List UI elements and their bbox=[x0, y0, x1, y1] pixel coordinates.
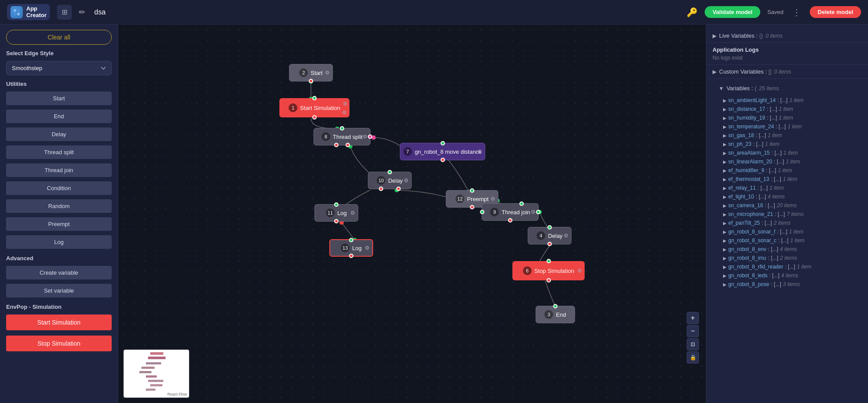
variable-item[interactable]: ▶ ef_humidifier_9 : [...] 1 item bbox=[713, 166, 862, 175]
validate-button[interactable]: Validate model bbox=[705, 6, 760, 18]
util-log-button[interactable]: Log bbox=[6, 235, 112, 249]
canvas-area[interactable]: 2 Start ⚙ 1 Start Simulation ⚙ ⚙ 8 Threa… bbox=[118, 25, 706, 403]
zoom-fit-button[interactable]: ⊡ bbox=[687, 338, 699, 350]
variable-item[interactable]: ▶ sn_temperature_24 : [...] 1 item bbox=[713, 122, 862, 131]
left-sidebar: Clear all Select Edge Style Smoothstep B… bbox=[0, 25, 118, 403]
variable-item[interactable]: ▶ gn_robot_8_imu : [...] 2 items bbox=[713, 254, 862, 262]
svg-rect-26 bbox=[148, 357, 166, 359]
create-variable-button[interactable]: Create variable bbox=[6, 266, 112, 279]
variable-item[interactable]: ▶ sn_distance_17 : [...] 1 item bbox=[713, 105, 862, 113]
app-logs-section: Application Logs No logs exist bbox=[706, 43, 868, 65]
util-delay-button[interactable]: Delay bbox=[6, 127, 112, 141]
node-end-3[interactable]: 3 End bbox=[536, 306, 575, 323]
var-count: 1 item bbox=[789, 229, 804, 235]
stop-simulation-button[interactable]: Stop Simulation bbox=[6, 336, 112, 351]
util-random-button[interactable]: Random bbox=[6, 199, 112, 213]
var-count: 1 item bbox=[786, 159, 800, 165]
var-bracket: : [...] bbox=[758, 185, 768, 191]
variable-item[interactable]: ▶ ef_panTilt_25 : [...] 2 items bbox=[713, 219, 862, 227]
variable-item[interactable]: ▶ sn_areaAlarm_15 : [...] 1 item bbox=[713, 148, 862, 157]
node-gear-icon[interactable]: ⚙ bbox=[325, 70, 330, 76]
util-thread-split-button[interactable]: Thread split bbox=[6, 145, 112, 159]
variable-item[interactable]: ▶ ef_relay_11 : [...] 1 item bbox=[713, 184, 862, 192]
var-count: 4 items bbox=[780, 246, 797, 252]
node-thread-split-8[interactable]: 8 Thread split ⚙ bbox=[314, 128, 370, 145]
start-simulation-button[interactable]: Start Simulation bbox=[6, 315, 112, 330]
variable-item[interactable]: ▶ sn_linearAlarm_20 : [...] 1 item bbox=[713, 157, 862, 166]
var-item-arrow: ▶ bbox=[723, 203, 727, 208]
edge-style-select[interactable]: Smoothstep Bezier Step Straight bbox=[6, 61, 112, 75]
node-label-text: Delay bbox=[548, 233, 562, 239]
node-label-text: Start bbox=[311, 70, 322, 76]
node-log-11[interactable]: 11 Log ⚙ bbox=[314, 204, 358, 222]
edit-icon[interactable]: ✏ bbox=[79, 7, 85, 17]
svg-rect-33 bbox=[146, 389, 155, 391]
node-gear-icon[interactable]: ⚙ bbox=[564, 233, 568, 239]
variable-item[interactable]: ▶ gn_robot_8_env : [...] 4 items bbox=[713, 245, 862, 254]
clear-all-button[interactable]: Clear all bbox=[6, 30, 112, 45]
node-gear-icon[interactable]: ⚙ bbox=[477, 148, 482, 155]
node-start-simulation-1[interactable]: 1 Start Simulation ⚙ ⚙ bbox=[279, 98, 349, 117]
node-gear-icon[interactable]: ⚙ bbox=[404, 177, 409, 184]
zoom-in-button[interactable]: + bbox=[687, 312, 699, 324]
variable-item[interactable]: ▶ sn_camera_16 : [...] 20 items bbox=[713, 201, 862, 210]
zoom-lock-button[interactable]: 🔒 bbox=[687, 351, 699, 364]
variable-item[interactable]: ▶ sn_gas_18 : [...] 1 item bbox=[713, 131, 862, 140]
util-thread-join-button[interactable]: Thread join bbox=[6, 163, 112, 177]
node-delay-10[interactable]: 10 Delay ⚙ bbox=[368, 172, 412, 189]
var-count: 4 items bbox=[768, 194, 785, 200]
live-vars-arrow[interactable]: ▶ bbox=[713, 33, 716, 39]
variable-item[interactable]: ▶ ef_light_10 : [...] 4 items bbox=[713, 192, 862, 201]
node-gear-icon[interactable]: ⚙ bbox=[350, 210, 355, 216]
node-num: 1 bbox=[289, 103, 297, 112]
variable-item[interactable]: ▶ gn_robot_8_pose : [...] 3 items bbox=[713, 280, 862, 289]
delete-model-button[interactable]: Delete model bbox=[810, 6, 861, 18]
custom-vars-arrow[interactable]: ▶ bbox=[713, 69, 716, 75]
variable-item[interactable]: ▶ gn_robot_8_leds : [...] 4 items bbox=[713, 271, 862, 280]
util-preempt-button[interactable]: Preempt bbox=[6, 217, 112, 231]
variable-item[interactable]: ▶ gn_robot_8_sonar_c : [...] 1 item bbox=[713, 236, 862, 245]
node-gear-icon[interactable]: ⚙ bbox=[531, 209, 536, 215]
variable-item[interactable]: ▶ sn_humidity_19 : [...] 1 item bbox=[713, 113, 862, 122]
vars-count: 25 items bbox=[759, 85, 779, 92]
variable-item[interactable]: ▶ ef_thermostat_13 : [...] 1 item bbox=[713, 175, 862, 184]
variables-header[interactable]: ▼ Variables : { 25 items bbox=[713, 82, 862, 94]
var-item-arrow: ▶ bbox=[723, 142, 727, 147]
vars-arrow[interactable]: ▼ bbox=[719, 85, 724, 92]
node-delay-4[interactable]: 4 Delay ⚙ bbox=[528, 227, 572, 244]
node-gear-icon[interactable]: ⚙ bbox=[363, 134, 367, 140]
node-gear-bottom-icon[interactable]: ⚙ bbox=[342, 110, 347, 116]
var-count: 4 items bbox=[781, 272, 798, 279]
var-bracket: : [...] bbox=[767, 115, 777, 121]
set-variable-button[interactable]: Set variable bbox=[6, 284, 112, 297]
node-log-13[interactable]: 13 Log ⚙ bbox=[329, 239, 373, 257]
node-label-text: End bbox=[556, 311, 566, 318]
variable-item[interactable]: ▶ sn_ambientLight_14 : [...] 1 item bbox=[713, 96, 862, 105]
util-start-button[interactable]: Start bbox=[6, 92, 112, 105]
node-gear-icon[interactable]: ⚙ bbox=[490, 196, 495, 202]
layout-icon-btn[interactable]: ⊞ bbox=[57, 5, 72, 20]
var-item-arrow: ▶ bbox=[723, 116, 727, 120]
node-gear-icon[interactable]: ⚙ bbox=[577, 268, 582, 274]
variable-item[interactable]: ▶ sn_microphone_21 : [...] 7 items bbox=[713, 210, 862, 219]
var-count: 1 item bbox=[787, 124, 802, 130]
var-item-arrow: ▶ bbox=[723, 247, 727, 252]
node-stop-simulation-6[interactable]: 6 Stop Simulation ⚙ bbox=[512, 261, 585, 280]
node-start-2[interactable]: 2 Start ⚙ bbox=[289, 64, 333, 81]
node-gear-top-icon[interactable]: ⚙ bbox=[343, 101, 348, 107]
live-vars-title: Live Variables : {} bbox=[719, 32, 763, 39]
variable-item[interactable]: ▶ gn_robot_8_sonar_f : [...] 1 item bbox=[713, 227, 862, 236]
node-thread-join-9[interactable]: 9 Thread join ⚙ bbox=[482, 203, 539, 221]
variables-section: ▼ Variables : { 25 items ▶ sn_ambientLig… bbox=[706, 79, 868, 294]
var-bracket: : [...] bbox=[774, 159, 784, 165]
variable-item[interactable]: ▶ sn_ph_23 : [...] 1 item bbox=[713, 140, 862, 148]
util-condition-button[interactable]: Condition bbox=[6, 181, 112, 195]
var-name: gn_robot_8_leds bbox=[728, 272, 767, 279]
var-bracket: : [...] bbox=[777, 97, 787, 103]
util-end-button[interactable]: End bbox=[6, 110, 112, 123]
zoom-out-button[interactable]: − bbox=[687, 325, 699, 337]
more-options-icon[interactable]: ⋮ bbox=[792, 7, 801, 18]
node-gear-icon[interactable]: ⚙ bbox=[365, 245, 370, 251]
variable-item[interactable]: ▶ gn_robot_8_rfid_reader : [...] 1 item bbox=[713, 262, 862, 271]
node-robot-7[interactable]: 7 gn_robot_8 move distance ⚙ bbox=[400, 143, 485, 160]
